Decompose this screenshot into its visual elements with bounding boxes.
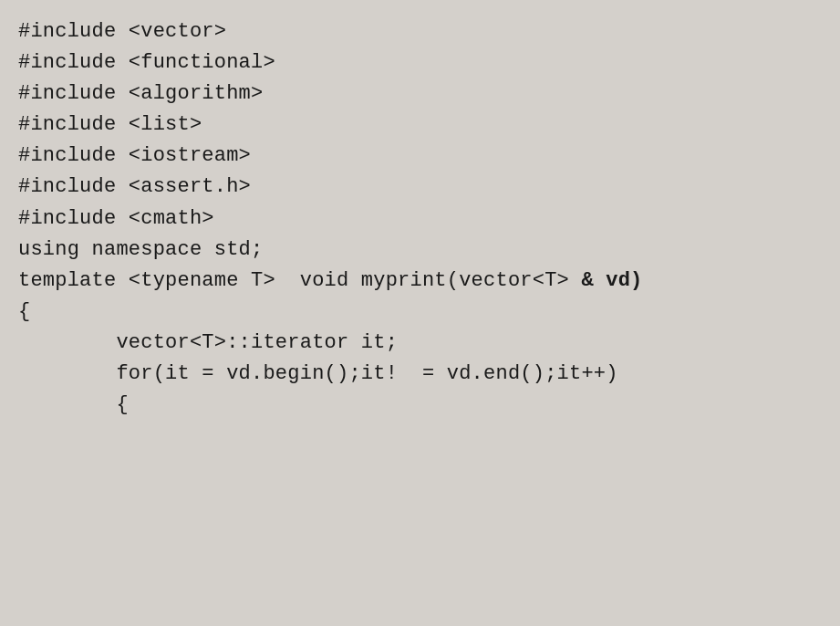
code-line-2: #include <functional> — [18, 47, 822, 78]
code-display: #include <vector> #include <functional> … — [0, 0, 840, 626]
code-line-4: #include <list> — [18, 110, 822, 141]
code-line-9: template <typename T> void myprint(vecto… — [18, 266, 822, 297]
code-line-7: #include <cmath> — [18, 203, 822, 235]
bold-ampersand: & vd) — [581, 269, 642, 292]
code-line-10: { — [18, 297, 822, 328]
code-line-12: for(it = vd.begin();it! = vd.end();it++) — [18, 359, 822, 390]
code-line-13: { — [18, 390, 822, 421]
code-line-5: #include <iostream> — [18, 141, 822, 172]
code-line-3: #include <algorithm> — [18, 78, 822, 110]
code-line-6: #include <assert.h> — [18, 172, 822, 203]
code-line-11: vector<T>::iterator it; — [18, 328, 822, 359]
code-line-8: using namespace std; — [18, 235, 822, 266]
code-line-1: #include <vector> — [18, 16, 822, 47]
